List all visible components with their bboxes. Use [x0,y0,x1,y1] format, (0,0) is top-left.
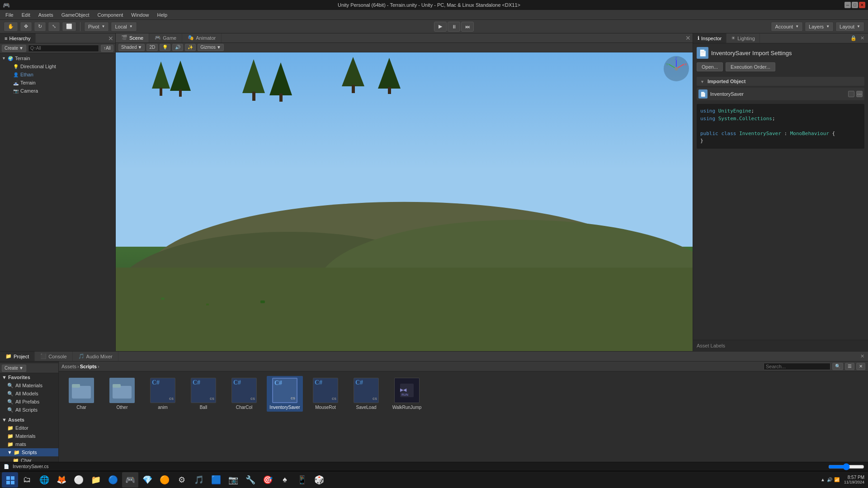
inspector-close-btn[interactable]: ✕ [859,35,866,41]
taskbar-app11[interactable]: 📱 [294,472,310,488]
fx-btn[interactable]: ✨ [185,44,196,51]
start-button[interactable] [2,472,18,488]
tree-item-camera[interactable]: 📷 Camera [0,87,115,95]
taskbar-browser-ie[interactable]: 🌐 [36,472,52,488]
breadcrumb-scripts[interactable]: Scripts [80,364,97,369]
bottom-close-btn[interactable]: ✕ [859,353,866,359]
breadcrumb-assets[interactable]: Assets [61,364,76,369]
assets-close-btn[interactable]: ✕ [856,363,865,370]
taskbar-app5[interactable]: 🎵 [191,472,207,488]
asset-charcol[interactable]: C# cs CharCol [226,376,262,412]
hand-tool[interactable]: ✋ [4,22,18,32]
hierarchy-search[interactable] [28,45,99,52]
asset-char-folder[interactable]: Char [63,376,99,412]
taskbar-files[interactable]: 🗂 [19,472,35,488]
menu-file[interactable]: File [2,11,17,19]
play-button[interactable]: ▶ [434,22,447,32]
taskbar-explorer[interactable]: 📁 [88,472,104,488]
minimize-button[interactable]: ─ [844,2,851,8]
menu-edit[interactable]: Edit [18,11,34,19]
all-materials[interactable]: 🔍 All Materials [0,381,58,389]
tab-hierarchy[interactable]: ≡ Hierarchy [0,33,36,43]
rect-tool[interactable]: ⬜ [62,22,76,32]
view-options-btn[interactable]: ☰ [845,363,854,370]
taskbar-app9[interactable]: 🎯 [259,472,276,488]
taskbar-app2[interactable]: 💎 [139,472,156,488]
hierarchy-filter-btn[interactable]: ↑All [101,45,113,52]
open-button[interactable]: Open... [697,62,723,71]
taskbar-app10[interactable]: ♠ [277,472,293,488]
taskbar-app8[interactable]: 🔧 [242,472,259,488]
pivot-button[interactable]: Pivot ▼ [84,22,109,32]
tab-project[interactable]: 📁 Project [0,352,35,361]
tab-audio-mixer[interactable]: 🎵 Audio Mixer [73,352,118,361]
tree-item-terrain[interactable]: 🗻 Terrain [0,79,115,87]
tab-animator[interactable]: 🎭 Animator [182,33,222,42]
taskbar-app4[interactable]: ⚙ [174,472,190,488]
tab-console[interactable]: ⬛ Console [35,352,72,361]
asset-inventorysaver[interactable]: C# cs InventorySaver [267,376,303,412]
menu-help[interactable]: Help [153,11,171,19]
asset-ball[interactable]: C# cs Ball [185,376,222,412]
project-create-btn[interactable]: Create ▼ [2,365,26,372]
menu-window[interactable]: Window [127,11,152,19]
menu-gameobject[interactable]: GameObject [58,11,93,19]
close-button[interactable]: ✕ [859,2,865,8]
tab-lighting[interactable]: ☀ Lighting [726,33,760,43]
hierarchy-close[interactable]: ✕ [106,35,115,42]
scene-viewport[interactable]: X Y Z [116,52,693,351]
all-scripts[interactable]: 🔍 All Scripts [0,406,58,414]
favorites-header[interactable]: ▼ Favorites [0,373,58,381]
move-tool[interactable]: ✥ [20,22,32,32]
scale-tool[interactable]: ⤡ [48,22,60,32]
asset-anim[interactable]: C# cs anim [145,376,181,412]
imported-object-row[interactable]: 📄 InventorySaver ⋯ [697,88,864,100]
gizmos-btn[interactable]: Gizmos ▼ [198,44,224,51]
all-models[interactable]: 🔍 All Models [0,389,58,398]
asset-saveload[interactable]: C# cs SaveLoad [348,376,384,412]
layers-button[interactable]: Layers ▼ [805,22,834,32]
execution-order-button[interactable]: Execution Order... [726,62,775,71]
taskbar-app7[interactable]: 📷 [225,472,241,488]
hierarchy-create-btn[interactable]: Create ▼ [2,45,26,52]
taskbar-app12[interactable]: 🎲 [311,472,327,488]
tree-item-directional-light[interactable]: 💡 Directional Light [0,62,115,70]
taskbar-unity[interactable]: 🎮 [122,472,138,488]
tree-item-terrain-root[interactable]: ▼ 🌍 Terrain [0,54,115,62]
scene-close[interactable]: ✕ [684,34,693,42]
2d-btn[interactable]: 2D [146,44,158,51]
zoom-slider[interactable] [828,464,864,469]
taskbar-firefox[interactable]: 🦊 [53,472,70,488]
assets-search[interactable] [764,363,830,370]
char-folder[interactable]: 📁 Char [0,456,58,462]
account-button[interactable]: Account ▼ [771,22,803,32]
obj-settings-btn[interactable] [848,91,854,97]
layout-button[interactable]: Layout ▼ [835,22,864,32]
menu-assets[interactable]: Assets [35,11,57,19]
audio-btn[interactable]: 🔊 [172,44,183,51]
tree-item-ethan[interactable]: 👤 Ethan [0,70,115,79]
editor-folder[interactable]: 📁 Editor [0,424,58,432]
taskbar-app3[interactable]: 🟠 [156,472,173,488]
obj-options-btn[interactable]: ⋯ [856,91,863,97]
lighting-btn[interactable]: 💡 [160,44,170,51]
local-button[interactable]: Local ▼ [111,22,137,32]
maximize-button[interactable]: □ [852,2,858,8]
tab-game[interactable]: 🎮 Game [149,33,182,42]
tab-scene[interactable]: 🎬 Scene [116,33,149,42]
tray-up-arrow[interactable]: ▲ [821,477,825,482]
clock-time[interactable]: 8:57 PM 11/19/2024 [844,475,864,484]
taskbar-app1[interactable]: 🔵 [105,472,121,488]
asset-mouserot[interactable]: C# cs MouseRot [307,376,344,412]
asset-other-folder[interactable]: Other [104,376,140,412]
rotate-tool[interactable]: ↻ [34,22,46,32]
pause-button[interactable]: ⏸ [448,22,460,32]
search-filter-btn[interactable]: 🔍 [832,363,843,370]
all-prefabs[interactable]: 🔍 All Prefabs [0,398,58,406]
asset-walkrunjump[interactable]: ▶◀ RUN WalkRunJump [389,376,425,412]
assets-header[interactable]: ▼ Assets [0,416,58,424]
taskbar-app6[interactable]: 🟦 [208,472,224,488]
shaded-btn[interactable]: Shaded ▼ [118,44,145,51]
inspector-lock-btn[interactable]: 🔒 [849,35,859,41]
materials-folder[interactable]: 📁 Materials [0,432,58,440]
